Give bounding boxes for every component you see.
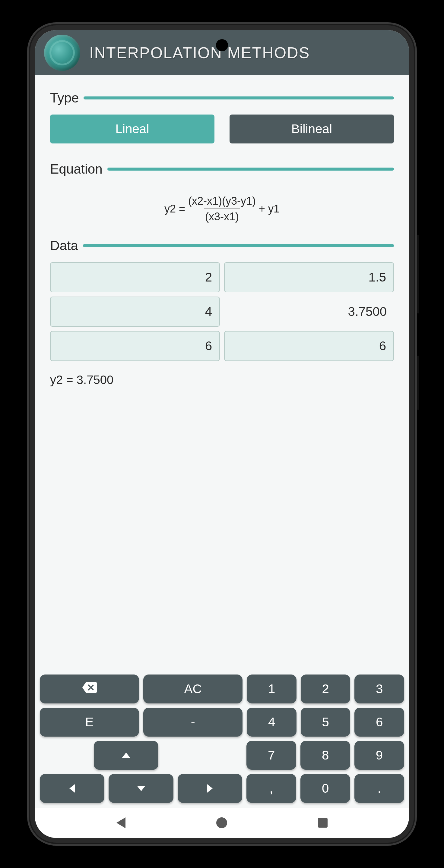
key-arrow-up[interactable]	[94, 741, 158, 770]
key-5[interactable]: 5	[301, 708, 351, 737]
x3-input[interactable]: 6	[50, 331, 220, 361]
arrow-right-icon	[207, 784, 213, 793]
section-data-header: Data	[50, 238, 394, 253]
key-arrow-right[interactable]	[178, 774, 242, 803]
key-7[interactable]: 7	[246, 741, 296, 770]
section-type-label: Type	[50, 90, 79, 105]
nav-back-button[interactable]	[116, 817, 125, 828]
key-9[interactable]: 9	[354, 741, 404, 770]
equation-tail: + y1	[259, 203, 279, 215]
key-ac[interactable]: AC	[143, 675, 242, 704]
keyboard: AC 1 2 3 E - 4 5 6 7 8 9	[35, 670, 409, 808]
x2-input[interactable]: 4	[50, 297, 220, 327]
type-bilineal-button[interactable]: Bilineal	[230, 115, 394, 144]
key-1[interactable]: 1	[247, 675, 296, 704]
key-2[interactable]: 2	[301, 675, 351, 704]
y1-input[interactable]: 1.5	[224, 262, 394, 292]
key-8[interactable]: 8	[300, 741, 350, 770]
android-navbar	[35, 808, 409, 838]
key-dot[interactable]: .	[354, 774, 404, 803]
key-backspace[interactable]	[40, 675, 139, 704]
key-arrow-left[interactable]	[40, 774, 105, 803]
type-lineal-button[interactable]: Lineal	[50, 115, 214, 144]
equation-lhs: y2 =	[165, 203, 185, 215]
key-comma[interactable]: ,	[246, 774, 296, 803]
back-icon	[116, 817, 125, 828]
arrow-down-icon	[137, 786, 145, 791]
section-data-label: Data	[50, 238, 78, 253]
key-0[interactable]: 0	[300, 774, 350, 803]
home-icon	[216, 817, 227, 828]
result-text: y2 = 3.7500	[50, 373, 394, 387]
backspace-icon	[82, 680, 97, 698]
x1-input[interactable]: 2	[50, 262, 220, 292]
app-header: INTERPOLATION METHODS	[35, 30, 409, 75]
divider-line	[84, 96, 394, 99]
app-logo-icon	[44, 35, 80, 71]
key-arrow-down[interactable]	[109, 774, 173, 803]
page-title: INTERPOLATION METHODS	[89, 44, 310, 62]
y2-output: 3.7500	[224, 297, 394, 327]
arrow-up-icon	[122, 752, 130, 758]
key-6[interactable]: 6	[354, 708, 404, 737]
equation-display: y2 = (x2-x1)(y3-y1) (x3-x1) + y1	[50, 186, 394, 238]
key-3[interactable]: 3	[354, 675, 404, 704]
y3-input[interactable]: 6	[224, 331, 394, 361]
recent-icon	[318, 818, 328, 828]
key-4[interactable]: 4	[247, 708, 296, 737]
key-exponent[interactable]: E	[40, 708, 139, 737]
camera-notch	[216, 39, 228, 51]
key-minus[interactable]: -	[143, 708, 242, 737]
arrow-left-icon	[69, 784, 75, 793]
section-equation-header: Equation	[50, 161, 394, 177]
nav-home-button[interactable]	[216, 817, 227, 828]
divider-line	[108, 167, 394, 170]
section-equation-label: Equation	[50, 161, 102, 177]
section-type-header: Type	[50, 90, 394, 105]
divider-line	[83, 244, 394, 247]
nav-recent-button[interactable]	[318, 818, 328, 828]
equation-denominator: (x3-x1)	[204, 209, 240, 223]
equation-numerator: (x2-x1)(y3-y1)	[187, 195, 257, 209]
